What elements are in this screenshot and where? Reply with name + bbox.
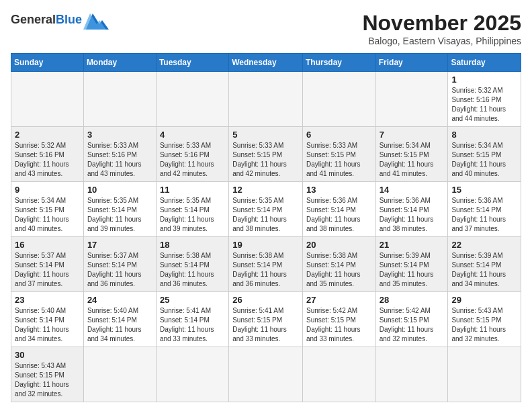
day-number: 23 [15,295,80,305]
calendar-cell [448,347,521,402]
day-info: Sunrise: 5:35 AM Sunset: 5:14 PM Dayligh… [87,196,152,234]
day-info: Sunrise: 5:43 AM Sunset: 5:15 PM Dayligh… [15,361,80,399]
day-number: 7 [380,130,445,140]
calendar-cell: 13Sunrise: 5:36 AM Sunset: 5:14 PM Dayli… [302,182,375,237]
day-info: Sunrise: 5:33 AM Sunset: 5:16 PM Dayligh… [160,141,225,179]
col-header-tuesday: Tuesday [156,54,228,72]
logo-area: GeneralBlue [11,11,109,30]
calendar-cell: 2Sunrise: 5:32 AM Sunset: 5:16 PM Daylig… [11,127,84,182]
calendar-cell: 4Sunrise: 5:33 AM Sunset: 5:16 PM Daylig… [156,127,228,182]
day-number: 19 [232,240,299,250]
day-number: 11 [160,185,225,195]
calendar-cell: 20Sunrise: 5:38 AM Sunset: 5:14 PM Dayli… [302,237,375,292]
week-row-6: 30Sunrise: 5:43 AM Sunset: 5:15 PM Dayli… [11,347,521,402]
day-info: Sunrise: 5:40 AM Sunset: 5:14 PM Dayligh… [15,306,80,344]
week-row-5: 23Sunrise: 5:40 AM Sunset: 5:14 PM Dayli… [11,292,521,347]
day-number: 27 [306,295,372,305]
calendar-cell: 24Sunrise: 5:40 AM Sunset: 5:14 PM Dayli… [83,292,156,347]
calendar-cell: 26Sunrise: 5:41 AM Sunset: 5:15 PM Dayli… [229,292,303,347]
calendar-cell [83,347,156,402]
calendar-cell: 11Sunrise: 5:35 AM Sunset: 5:14 PM Dayli… [156,182,228,237]
calendar-cell: 9Sunrise: 5:34 AM Sunset: 5:15 PM Daylig… [11,182,84,237]
calendar-cell: 1Sunrise: 5:32 AM Sunset: 5:16 PM Daylig… [448,72,521,127]
calendar-cell: 15Sunrise: 5:36 AM Sunset: 5:14 PM Dayli… [448,182,521,237]
day-number: 3 [87,130,152,140]
day-info: Sunrise: 5:34 AM Sunset: 5:15 PM Dayligh… [15,196,80,234]
day-number: 30 [15,350,80,360]
calendar-cell: 28Sunrise: 5:42 AM Sunset: 5:15 PM Dayli… [375,292,448,347]
calendar-header-row: SundayMondayTuesdayWednesdayThursdayFrid… [11,54,521,72]
day-info: Sunrise: 5:35 AM Sunset: 5:14 PM Dayligh… [232,196,299,234]
day-info: Sunrise: 5:39 AM Sunset: 5:14 PM Dayligh… [451,251,517,289]
header: GeneralBlue November 2025 Balogo, Easter… [11,11,521,46]
day-number: 16 [15,240,80,250]
day-info: Sunrise: 5:39 AM Sunset: 5:14 PM Dayligh… [380,251,445,289]
day-info: Sunrise: 5:42 AM Sunset: 5:15 PM Dayligh… [306,306,372,344]
day-info: Sunrise: 5:43 AM Sunset: 5:15 PM Dayligh… [451,306,517,344]
day-info: Sunrise: 5:33 AM Sunset: 5:16 PM Dayligh… [87,141,152,179]
day-info: Sunrise: 5:35 AM Sunset: 5:14 PM Dayligh… [160,196,225,234]
calendar-cell: 6Sunrise: 5:33 AM Sunset: 5:15 PM Daylig… [302,127,375,182]
day-number: 13 [306,185,372,195]
calendar-cell: 12Sunrise: 5:35 AM Sunset: 5:14 PM Dayli… [229,182,303,237]
calendar-cell [229,347,303,402]
calendar-cell: 22Sunrise: 5:39 AM Sunset: 5:14 PM Dayli… [448,237,521,292]
calendar-cell: 5Sunrise: 5:33 AM Sunset: 5:15 PM Daylig… [229,127,303,182]
calendar-cell: 14Sunrise: 5:36 AM Sunset: 5:14 PM Dayli… [375,182,448,237]
week-row-3: 9Sunrise: 5:34 AM Sunset: 5:15 PM Daylig… [11,182,521,237]
day-number: 24 [87,295,152,305]
day-number: 21 [380,240,445,250]
day-info: Sunrise: 5:40 AM Sunset: 5:14 PM Dayligh… [87,306,152,344]
calendar-cell: 21Sunrise: 5:39 AM Sunset: 5:14 PM Dayli… [375,237,448,292]
calendar-cell: 27Sunrise: 5:42 AM Sunset: 5:15 PM Dayli… [302,292,375,347]
day-number: 18 [160,240,225,250]
day-number: 6 [306,130,372,140]
location-subtitle: Balogo, Eastern Visayas, Philippines [362,36,521,46]
day-number: 29 [451,295,517,305]
day-info: Sunrise: 5:34 AM Sunset: 5:15 PM Dayligh… [380,141,445,179]
col-header-sunday: Sunday [11,54,84,72]
calendar-cell: 3Sunrise: 5:33 AM Sunset: 5:16 PM Daylig… [83,127,156,182]
calendar-cell [156,347,228,402]
logo-icon [83,12,109,30]
col-header-friday: Friday [375,54,448,72]
calendar-cell [375,72,448,127]
week-row-1: 1Sunrise: 5:32 AM Sunset: 5:16 PM Daylig… [11,72,521,127]
day-info: Sunrise: 5:36 AM Sunset: 5:14 PM Dayligh… [380,196,445,234]
day-number: 1 [451,75,517,85]
calendar-cell [302,72,375,127]
calendar-cell: 29Sunrise: 5:43 AM Sunset: 5:15 PM Dayli… [448,292,521,347]
page-container: GeneralBlue November 2025 Balogo, Easter… [11,11,521,402]
week-row-4: 16Sunrise: 5:37 AM Sunset: 5:14 PM Dayli… [11,237,521,292]
day-info: Sunrise: 5:38 AM Sunset: 5:14 PM Dayligh… [160,251,225,289]
col-header-wednesday: Wednesday [229,54,303,72]
day-number: 8 [451,130,517,140]
day-number: 5 [232,130,299,140]
day-number: 12 [232,185,299,195]
col-header-thursday: Thursday [302,54,375,72]
day-number: 25 [160,295,225,305]
calendar-cell [83,72,156,127]
calendar-cell: 19Sunrise: 5:38 AM Sunset: 5:14 PM Dayli… [229,237,303,292]
day-number: 14 [380,185,445,195]
calendar-cell [156,72,228,127]
month-title: November 2025 [362,11,521,36]
day-info: Sunrise: 5:32 AM Sunset: 5:16 PM Dayligh… [15,141,80,179]
day-info: Sunrise: 5:34 AM Sunset: 5:15 PM Dayligh… [451,141,517,179]
day-number: 4 [160,130,225,140]
calendar-cell [229,72,303,127]
calendar-cell: 7Sunrise: 5:34 AM Sunset: 5:15 PM Daylig… [375,127,448,182]
day-number: 26 [232,295,299,305]
calendar-cell [11,72,84,127]
col-header-saturday: Saturday [448,54,521,72]
day-number: 15 [451,185,517,195]
day-number: 17 [87,240,152,250]
calendar-cell [375,347,448,402]
col-header-monday: Monday [83,54,156,72]
calendar-cell: 8Sunrise: 5:34 AM Sunset: 5:15 PM Daylig… [448,127,521,182]
day-info: Sunrise: 5:37 AM Sunset: 5:14 PM Dayligh… [15,251,80,289]
day-info: Sunrise: 5:41 AM Sunset: 5:14 PM Dayligh… [160,306,225,344]
calendar-cell [302,347,375,402]
day-info: Sunrise: 5:36 AM Sunset: 5:14 PM Dayligh… [306,196,372,234]
calendar-table: SundayMondayTuesdayWednesdayThursdayFrid… [11,53,521,402]
